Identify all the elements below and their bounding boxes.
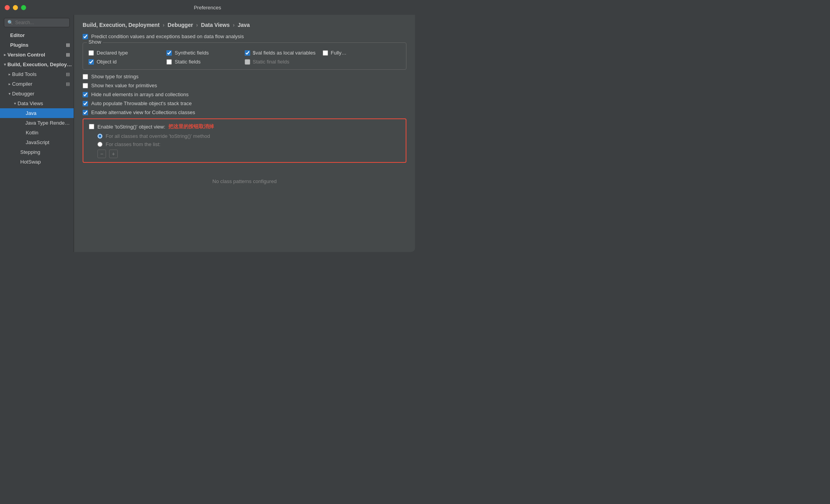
search-box[interactable]: 🔍: [4, 18, 70, 27]
tostring-all-classes-label[interactable]: For all classes that override 'toString(…: [106, 133, 210, 139]
sidebar-item-label: Build, Execution, Deploy…: [7, 62, 72, 67]
sidebar-item-data-views[interactable]: ▾ Data Views: [0, 99, 74, 108]
enable-alternative-label[interactable]: Enable alternative view for Collections …: [91, 109, 195, 115]
sidebar-item-kotlin[interactable]: Kotlin: [0, 128, 74, 137]
static-final-fields-checkbox[interactable]: [245, 59, 250, 65]
sidebar-item-label: Editor: [10, 32, 25, 38]
predict-checkbox[interactable]: [83, 34, 88, 39]
sidebar-item-java[interactable]: Java: [0, 108, 74, 118]
show-hex-row: Show hex value for primitives: [83, 83, 406, 88]
sidebar-item-build-tools[interactable]: ▸ Build Tools▤: [0, 69, 74, 79]
show-type-strings-checkbox[interactable]: [83, 74, 88, 79]
sidebar: 🔍 Editor Plugins▤▸ Version Control▤▾ Bui…: [0, 15, 74, 252]
show-val-fields: $val fields as local variables: [245, 50, 323, 56]
fully-checkbox[interactable]: [323, 50, 328, 56]
tostring-radio-list: For classes from the list:: [89, 141, 400, 147]
show-grid: Declared type Synthetic fields $val fiel…: [88, 50, 401, 65]
breadcrumb-part-4: Java: [238, 22, 250, 28]
sidebar-item-compiler[interactable]: ▸ Compiler▤: [0, 79, 74, 89]
fully-label[interactable]: Fully…: [331, 50, 346, 56]
sidebar-item-label: JavaScript: [26, 139, 49, 145]
show-fully: Fully…: [323, 50, 401, 56]
sidebar-icon: ▤: [66, 52, 70, 57]
hide-null-label[interactable]: Hide null elements in arrays and collect…: [91, 92, 189, 97]
minimize-button[interactable]: [13, 5, 18, 10]
sidebar-item-version-control[interactable]: ▸ Version Control▤: [0, 50, 74, 60]
content-area: Build, Execution, Deployment › Debugger …: [74, 15, 415, 252]
add-class-button[interactable]: +: [109, 150, 118, 158]
breadcrumb-sep-2: ›: [196, 22, 200, 28]
sidebar-item-hotswap[interactable]: HotSwap: [0, 157, 74, 167]
breadcrumb-sep-1: ›: [162, 22, 166, 28]
show-type-strings-row: Show type for strings: [83, 74, 406, 79]
remove-class-button[interactable]: −: [97, 150, 106, 158]
sidebar-item-stepping[interactable]: Stepping: [0, 147, 74, 157]
expand-down-icon: ▾: [14, 101, 16, 106]
tostring-from-list-label[interactable]: For classes from the list:: [106, 141, 161, 147]
sidebar-item-label: Java Type Rende…: [25, 120, 70, 126]
tostring-note: 把这里的按钮取消掉: [168, 123, 214, 130]
breadcrumb-part-3: Data Views: [201, 22, 230, 28]
show-declared-type: Declared type: [88, 50, 166, 56]
breadcrumb-sep-3: ›: [233, 22, 236, 28]
auto-populate-checkbox[interactable]: [83, 101, 88, 106]
enable-alternative-checkbox[interactable]: [83, 110, 88, 115]
search-icon: 🔍: [7, 20, 13, 25]
tostring-radio-all: For all classes that override 'toString(…: [89, 133, 400, 139]
val-fields-label[interactable]: $val fields as local variables: [253, 50, 316, 56]
static-fields-checkbox[interactable]: [166, 59, 172, 65]
sidebar-item-label: Data Views: [18, 100, 43, 106]
show-synthetic-fields: Synthetic fields: [166, 50, 244, 56]
declared-type-checkbox[interactable]: [88, 50, 94, 56]
sidebar-items-container: Editor Plugins▤▸ Version Control▤▾ Build…: [0, 30, 74, 167]
hide-null-checkbox[interactable]: [83, 92, 88, 97]
traffic-lights: [5, 5, 26, 10]
breadcrumb: Build, Execution, Deployment › Debugger …: [83, 22, 406, 28]
sidebar-item-label: Version Control: [7, 52, 45, 58]
tostring-section: Enable 'toString()' object view: 把这里的按钮取…: [83, 118, 406, 163]
maximize-button[interactable]: [21, 5, 26, 10]
sidebar-item-java-type-renderer[interactable]: Java Type Rende…: [0, 118, 74, 128]
sidebar-icon: ▤: [66, 81, 70, 86]
tostring-actions: − +: [89, 150, 400, 158]
breadcrumb-part-1: Build, Execution, Deployment: [83, 22, 160, 28]
search-input[interactable]: [15, 20, 74, 25]
val-fields-checkbox[interactable]: [245, 50, 250, 56]
auto-populate-row: Auto populate Throwable object's stack t…: [83, 100, 406, 106]
declared-type-label[interactable]: Declared type: [97, 50, 128, 56]
close-button[interactable]: [5, 5, 10, 10]
window-title: Preferences: [194, 5, 221, 11]
sidebar-item-javascript[interactable]: JavaScript: [0, 137, 74, 147]
sidebar-item-label: HotSwap: [20, 159, 41, 165]
show-static-final-fields: Static final fields: [245, 59, 323, 65]
tostring-label[interactable]: Enable 'toString()' object view:: [97, 124, 165, 130]
tostring-checkbox[interactable]: [89, 124, 94, 129]
synthetic-fields-checkbox[interactable]: [166, 50, 172, 56]
sidebar-item-label: Java: [26, 110, 36, 116]
expand-right-icon: ▸: [4, 53, 6, 57]
options-section: Show type for strings Show hex value for…: [83, 74, 406, 115]
synthetic-fields-label[interactable]: Synthetic fields: [175, 50, 208, 56]
predict-label[interactable]: Predict condition values and exceptions …: [91, 33, 244, 39]
tostring-radio-all-classes[interactable]: [97, 134, 102, 139]
show-hex-label[interactable]: Show hex value for primitives: [91, 83, 157, 88]
static-fields-label[interactable]: Static fields: [175, 59, 200, 65]
sidebar-item-label: Stepping: [20, 149, 40, 155]
show-type-strings-label[interactable]: Show type for strings: [91, 74, 138, 79]
expand-right-icon: ▸: [9, 82, 11, 86]
object-id-label[interactable]: Object id: [97, 59, 117, 65]
tostring-header: Enable 'toString()' object view: 把这里的按钮取…: [89, 123, 400, 130]
show-section: Show Declared type Synthetic fields $val…: [83, 42, 406, 70]
show-section-title: Show: [87, 39, 103, 45]
hide-null-row: Hide null elements in arrays and collect…: [83, 92, 406, 97]
show-hex-checkbox[interactable]: [83, 83, 88, 88]
sidebar-item-build-execution[interactable]: ▾ Build, Execution, Deploy…: [0, 60, 74, 69]
sidebar-item-editor[interactable]: Editor: [0, 30, 74, 40]
sidebar-item-debugger[interactable]: ▾ Debugger: [0, 89, 74, 99]
tostring-radio-from-list[interactable]: [97, 142, 102, 147]
object-id-checkbox[interactable]: [88, 59, 94, 65]
main-container: 🔍 Editor Plugins▤▸ Version Control▤▾ Bui…: [0, 15, 415, 252]
auto-populate-label[interactable]: Auto populate Throwable object's stack t…: [91, 100, 192, 106]
sidebar-item-plugins[interactable]: Plugins▤: [0, 40, 74, 50]
sidebar-item-label: Compiler: [12, 81, 32, 87]
